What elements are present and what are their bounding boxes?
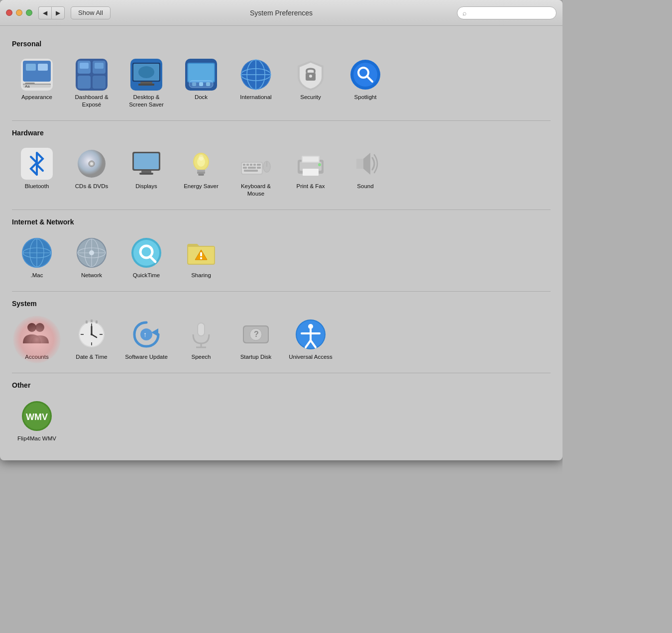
speech-icon [185, 318, 217, 350]
pref-item-print-fax[interactable]: Print & Fax [286, 144, 336, 202]
displays-label: Displays [135, 183, 157, 190]
svg-rect-27 [206, 82, 210, 86]
svg-point-44 [90, 162, 93, 165]
pref-item-cds-dvds[interactable]: CDs & DVDs [67, 144, 116, 202]
close-button[interactable] [6, 9, 12, 16]
svg-rect-12 [93, 76, 106, 89]
system-preferences-window: ◀ ▶ Show All System Preferences ⌕ Person… [0, 0, 562, 460]
energy-saver-label: Energy Saver [184, 183, 219, 190]
pref-item-startup-disk[interactable]: ? Startup Disk [231, 315, 281, 365]
svg-rect-11 [78, 76, 91, 89]
spotlight-label: Spotlight [354, 94, 377, 101]
cds-dvds-icon [76, 148, 108, 180]
pref-item-accounts[interactable]: Accounts [12, 315, 62, 365]
svg-point-97 [35, 323, 44, 332]
svg-text:Aa: Aa [25, 84, 30, 89]
pref-item-keyboard-mouse[interactable]: Keyboard & Mouse [231, 144, 281, 202]
security-label: Security [300, 94, 321, 101]
svg-rect-2 [26, 64, 36, 71]
pref-item-quicktime[interactable]: QuickTime [121, 233, 171, 283]
sharing-icon [185, 237, 217, 269]
pref-item-sound[interactable]: Sound [340, 144, 390, 202]
pref-item-displays[interactable]: Displays [121, 144, 171, 202]
spotlight-icon [349, 59, 381, 91]
svg-rect-95 [200, 257, 202, 259]
dock-icon [185, 59, 217, 91]
svg-marker-111 [151, 328, 158, 336]
pref-item-speech[interactable]: Speech [176, 315, 226, 365]
pref-item-security[interactable]: Security [286, 55, 336, 112]
appearance-label: Appearance [21, 94, 52, 101]
software-update-icon: ↑ [130, 318, 162, 350]
print-fax-icon [295, 148, 327, 180]
dashboard-expose-label: Dashboard & Exposé [69, 94, 114, 108]
pref-item-spotlight[interactable]: Spotlight [340, 55, 390, 112]
svg-rect-64 [248, 167, 256, 169]
svg-rect-19 [140, 82, 152, 84]
forward-button[interactable]: ▶ [51, 6, 65, 19]
svg-point-96 [27, 323, 36, 332]
pref-item-sharing[interactable]: Sharing [176, 233, 226, 283]
svg-rect-13 [80, 63, 89, 69]
sharing-label: Sharing [191, 272, 211, 279]
accounts-icon [21, 318, 53, 350]
pref-item-dock[interactable]: Dock [176, 55, 226, 112]
pref-item-bluetooth[interactable]: Bluetooth [12, 144, 62, 202]
traffic-lights [6, 9, 32, 16]
window-title: System Preferences [250, 9, 313, 17]
svg-rect-108 [86, 320, 88, 323]
maximize-button[interactable] [26, 9, 32, 16]
search-box[interactable]: ⌕ [457, 6, 557, 19]
pref-item-flip4mac[interactable]: WMV Flip4Mac WMV [12, 396, 62, 446]
section-label-hardware: Hardware [12, 129, 551, 137]
internet-network-grid: .Mac Network [12, 233, 551, 283]
section-label-personal: Personal [12, 40, 551, 48]
startup-disk-label: Startup Disk [240, 353, 272, 361]
svg-text:↑: ↑ [143, 330, 147, 338]
minimize-button[interactable] [16, 9, 22, 16]
svg-rect-25 [192, 82, 196, 86]
back-button[interactable]: ◀ [38, 6, 51, 19]
svg-rect-50 [197, 170, 205, 172]
appearance-icon: Aa [21, 59, 53, 91]
network-icon [76, 237, 108, 269]
section-label-internet-network: Internet & Network [12, 218, 551, 226]
pref-item-universal-access[interactable]: Universal Access [286, 315, 336, 365]
pref-item-network[interactable]: Network [67, 233, 116, 283]
svg-rect-110 [91, 319, 93, 322]
svg-rect-48 [139, 173, 153, 175]
svg-rect-66 [244, 170, 258, 172]
bluetooth-label: Bluetooth [25, 183, 49, 190]
pref-item-dashboard-expose[interactable]: Dashboard & Exposé [67, 55, 116, 112]
international-icon [240, 59, 272, 91]
svg-rect-20 [138, 84, 154, 86]
titlebar: ◀ ▶ Show All System Preferences ⌕ [0, 0, 562, 26]
show-all-button[interactable]: Show All [71, 6, 111, 19]
svg-point-75 [318, 163, 321, 166]
mac-icon [21, 237, 53, 269]
pref-item-energy-saver[interactable]: Energy Saver [176, 144, 226, 202]
network-label: Network [81, 272, 102, 279]
nav-buttons: ◀ ▶ [38, 6, 65, 19]
print-fax-label: Print & Fax [297, 183, 325, 190]
quicktime-icon [130, 237, 162, 269]
pref-item-appearance[interactable]: Aa Appearance [12, 55, 62, 112]
pref-item-desktop-screensaver[interactable]: Desktop & Screen Saver [121, 55, 171, 112]
flip4mac-icon: WMV [21, 400, 53, 432]
pref-item-date-time[interactable]: Date & Time [67, 315, 116, 365]
svg-text:?: ? [254, 330, 259, 338]
software-update-label: Software Update [125, 353, 168, 361]
speech-label: Speech [191, 353, 211, 361]
svg-rect-61 [253, 164, 256, 166]
svg-rect-46 [134, 153, 159, 169]
svg-point-18 [138, 66, 154, 78]
pref-item-mac[interactable]: .Mac [12, 233, 62, 283]
section-label-system: System [12, 300, 551, 308]
universal-access-icon [295, 318, 327, 350]
search-input[interactable] [468, 9, 551, 16]
desktop-screensaver-icon [130, 59, 162, 91]
pref-item-international[interactable]: International [231, 55, 281, 112]
international-label: International [240, 94, 271, 101]
pref-item-software-update[interactable]: ↑ Software Update [121, 315, 171, 365]
other-grid: WMV Flip4Mac WMV [12, 396, 551, 446]
